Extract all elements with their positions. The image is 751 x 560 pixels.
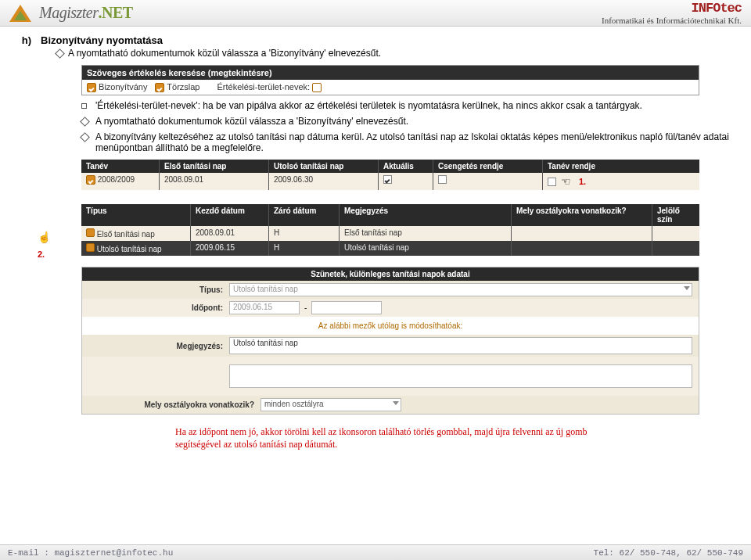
section-heading: h) Bizonyítvány nyomtatása [19, 34, 732, 46]
bullet-text: A nyomtatható dokumentumok közül válassz… [95, 116, 408, 127]
option-ert-terulet[interactable]: Értékelési-terület-nevek: [217, 82, 322, 92]
checkbox-on-icon[interactable] [383, 175, 392, 184]
cell-utolso: 2009.06.30 [269, 173, 379, 190]
pointer-hand-icon: ☜ [561, 175, 571, 188]
select-value: minden osztályra [264, 400, 324, 408]
bullet-text: A bizonyítvány keltezéséhez az utolsó ta… [95, 131, 732, 153]
form-row-osztalyok: Mely osztályokra vonatkozik? minden oszt… [82, 396, 699, 414]
checkbox-off-icon[interactable] [548, 178, 556, 186]
input-date-to[interactable] [311, 301, 382, 314]
cell-kezdo: 2008.09.01 [191, 226, 269, 241]
diamond-bullet-icon [55, 48, 65, 59]
screenshot-search-panel: Szöveges értékelés keresése (megtekintés… [81, 65, 699, 95]
annotation-1: 1. [579, 177, 586, 186]
chevron-down-icon [684, 286, 690, 290]
footer-email: E-mail : magiszternet@infotec.hu [8, 548, 173, 558]
brand-block: Magiszter.NET [9, 4, 133, 22]
panel-title: Szöveges értékelés keresése (megtekintés… [82, 66, 699, 80]
table-row[interactable]: Első tanítási nap 2008.09.01 H Első taní… [81, 226, 699, 241]
select-tipus[interactable]: Utolsó tanítási nap [229, 283, 692, 296]
panel-options: Bizonyítvány Törzslap Értékelési-terület… [82, 80, 699, 95]
table-header: Típus Kezdő dátum Záró dátum Megjegyzés … [81, 204, 699, 226]
checkbox-on-icon[interactable] [155, 83, 164, 92]
table-row[interactable]: Utolsó tanítási nap 2009.06.15 H Utolsó … [81, 241, 699, 256]
label-osztalyok: Mely osztályokra vonatkozik? [88, 400, 261, 409]
diamond-bullet-icon [80, 133, 90, 143]
form-row-idopont: Időpont: 2009.06.15 - [82, 299, 699, 317]
col-head: Záró dátum [269, 204, 340, 226]
section-marker: h) [19, 34, 31, 46]
footer-tel: Tel: 62/ 550-748, 62/ 550-749 [594, 548, 743, 558]
form-row-tipus: Típus: Utolsó tanítási nap [82, 281, 699, 299]
red-warning-note: Ha az időpont nem jó, akkor törölni kell… [175, 425, 598, 451]
option-bizonyitvany[interactable]: Bizonyítvány [87, 82, 147, 92]
input-value: 2009.06.15 [233, 303, 272, 311]
brand-suffix: .NET [99, 4, 133, 21]
col-head: Kezdő dátum [191, 204, 269, 226]
bullet-list: 'Értékelési-terület-nevek': ha be van pi… [81, 100, 732, 153]
opt1-label: Bizonyítvány [99, 82, 147, 92]
col-head: Első tanítási nap [160, 160, 269, 173]
form-note: Az alábbi mezők utólag is módosíthatóak: [82, 317, 699, 335]
screenshot-days-table: Típus Kezdő dátum Záró dátum Megjegyzés … [81, 204, 699, 256]
section-title: Bizonyítvány nyomtatása [41, 34, 163, 46]
cell-tipus: Utolsó tanítási nap [97, 245, 162, 253]
screenshot-year-table: Tanév Első tanítási nap Utolsó tanítási … [81, 160, 699, 190]
company-subtitle: Informatikai és Információtechnikai Kft. [602, 16, 742, 25]
table-header: Tanév Első tanítási nap Utolsó tanítási … [81, 160, 699, 173]
form-row-megjegyzes: Megjegyzés: Utolsó tanítási nap [82, 335, 699, 357]
opt3-label: Értékelési-terület-nevek: [217, 82, 310, 92]
section-intro: A nyomtatható dokumentumok közül válassz… [56, 48, 732, 59]
input-date-from[interactable]: 2009.06.15 [229, 301, 300, 314]
annotation-pointer: ☝ [38, 231, 51, 243]
cell-elso: 2008.09.01 [160, 173, 269, 190]
row-checkbox-icon[interactable] [86, 228, 95, 237]
cell-csengetes [433, 173, 543, 190]
col-head: Tanév [81, 160, 160, 173]
cell-megjegyzes: Első tanítási nap [340, 226, 512, 241]
col-head: Jelölő szín [652, 204, 692, 226]
select-value: Utolsó tanítási nap [233, 285, 298, 293]
cell-tanevrendje: ☜1. [543, 173, 637, 190]
option-torzslap[interactable]: Törzslap [155, 82, 199, 92]
square-bullet-icon [81, 103, 87, 109]
row-checkbox-icon[interactable] [86, 175, 95, 185]
col-head: Utolsó tanítási nap [269, 160, 379, 173]
chevron-down-icon [393, 401, 399, 405]
col-head: Típus [81, 204, 191, 226]
checkbox-on-icon[interactable] [87, 83, 96, 92]
input-value: Utolsó tanítási nap [233, 339, 298, 347]
page-footer: E-mail : magiszternet@infotec.hu Tel: 62… [0, 544, 751, 560]
textarea-extra[interactable] [229, 364, 692, 388]
bullet-item: 'Értékelési-terület-nevek': ha be van pi… [81, 100, 732, 111]
company-badge: INFOtec [602, 1, 742, 16]
intro-text: A nyomtatható dokumentumok közül válassz… [68, 48, 381, 59]
cell-zaro: H [269, 241, 340, 256]
input-megjegyzes[interactable]: Utolsó tanítási nap [229, 337, 692, 354]
screenshot-form-panel: Szünetek, különleges tanítási napok adat… [81, 267, 699, 415]
col-head: Megjegyzés [340, 204, 512, 226]
col-head: Mely osztályokra vonatkozik? [512, 204, 652, 226]
checkbox-off-icon[interactable] [312, 83, 322, 92]
select-osztalyok[interactable]: minden osztályra [261, 398, 401, 411]
cell-szin [652, 226, 692, 241]
cell-tipus: Első tanítási nap [97, 230, 155, 239]
date-separator: - [304, 303, 307, 312]
pointer-hand-icon: ☝ [38, 231, 51, 243]
bullet-text: 'Értékelési-terület-nevek': ha be van pi… [95, 100, 642, 111]
cell-aktualis [379, 173, 433, 190]
document-body: h) Bizonyítvány nyomtatása A nyomtatható… [0, 27, 751, 451]
label-megjegyzes: Megjegyzés: [88, 342, 229, 350]
checkbox-off-icon[interactable] [438, 175, 447, 184]
cell-megjegyzes: Utolsó tanítási nap [340, 241, 512, 256]
row-checkbox-icon[interactable] [86, 243, 95, 252]
logo-icon [9, 5, 31, 22]
brand-text: Magiszter.NET [39, 4, 133, 22]
col-head: Tanév rendje [543, 160, 637, 173]
label-tipus: Típus: [88, 285, 229, 294]
cell-tanev: 2008/2009 [98, 175, 135, 184]
cell-osztalyok [512, 226, 652, 241]
table-row[interactable]: 2008/2009 2008.09.01 2009.06.30 ☜1. [81, 173, 699, 190]
cell-zaro: H [269, 226, 340, 241]
page-header: Magiszter.NET INFOtec Informatikai és In… [0, 0, 751, 27]
